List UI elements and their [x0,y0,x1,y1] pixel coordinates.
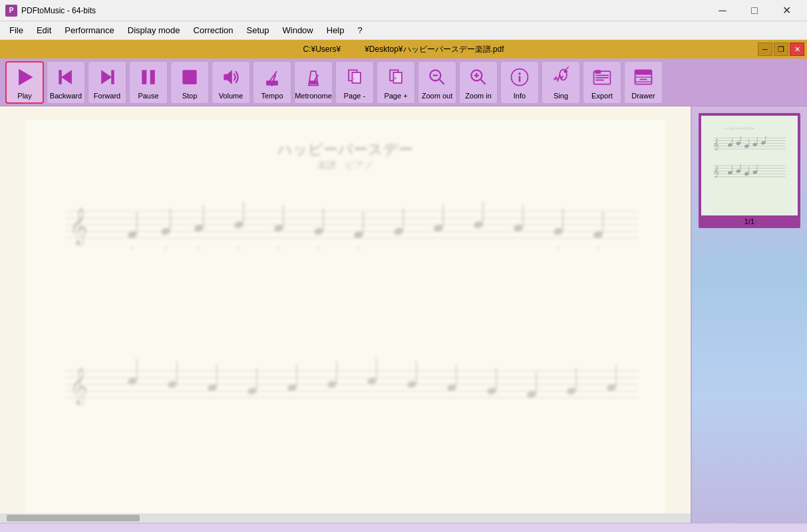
sing-icon [549,65,573,89]
svg-text:𝄞: 𝄞 [713,138,719,151]
svg-text:ハッピーバースデー: ハッピーバースデー [724,126,754,130]
score-staff-row-1: 𝄞 [46,192,645,258]
zoom-out-icon [425,65,449,89]
svg-point-51 [160,227,171,235]
svg-rect-4 [111,70,114,84]
pause-button[interactable]: Pause [129,61,168,104]
backward-button[interactable]: Backward [47,61,85,104]
svg-line-28 [481,79,486,84]
volume-label: Volume [219,92,243,100]
page-next-label: Page + [384,92,407,100]
forward-label: Forward [94,92,120,100]
export-button[interactable]: Export [583,61,621,104]
score-subtitle: 楽譜 ピアノ [46,160,645,172]
close-button[interactable]: ✕ [771,0,802,21]
path-bar: C:¥Users¥ ¥Desktop¥ハッピーバースデー楽譜.pdf ─ ❒ ✕ [0,40,807,59]
menu-question[interactable]: ? [351,24,369,37]
svg-point-67 [473,220,484,229]
bottom-bar [0,523,807,532]
svg-rect-6 [150,70,155,84]
menu-window[interactable]: Window [276,24,320,37]
backward-label: Backward [50,92,82,100]
drawer-button[interactable]: Drawer [624,61,663,104]
forward-icon [95,65,119,89]
svg-text:𝄞: 𝄞 [69,207,88,246]
menu-edit[interactable]: Edit [30,24,58,37]
svg-point-33 [564,69,567,72]
menu-performance[interactable]: Performance [58,24,120,37]
file-path: C:¥Users¥ ¥Desktop¥ハッピーバースデー楽譜.pdf [303,44,504,55]
svg-point-92 [167,380,178,388]
metronome-button[interactable]: Metronome [294,61,333,104]
minimize-button[interactable]: ─ [707,0,738,21]
drawer-label: Drawer [631,92,655,100]
thumbnail-page-label: 1/1 [701,217,798,225]
menu-help[interactable]: Help [320,24,351,37]
tempo-button[interactable]: Tempo [253,61,291,104]
svg-rect-36 [595,74,609,76]
info-label: Info [514,92,526,100]
svg-text:3: 3 [556,245,560,251]
svg-text:𝄞: 𝄞 [69,367,88,406]
stop-icon [178,65,202,89]
zoom-in-button[interactable]: Zoom in [459,61,498,104]
svg-rect-2 [59,70,61,84]
tempo-icon [260,65,284,89]
menu-setup[interactable]: Setup [240,24,276,37]
page-prev-button[interactable]: - Page - [335,61,374,104]
svg-point-96 [247,386,257,395]
sing-label: Sing [554,92,568,100]
stop-button[interactable]: Stop [170,61,209,104]
svg-text:3: 3 [277,245,280,251]
info-button[interactable]: Info [500,61,539,104]
stop-label: Stop [182,92,198,100]
menu-display-mode[interactable]: Display mode [121,24,187,37]
path-close-button[interactable]: ✕ [790,43,804,56]
svg-text:2: 2 [164,245,167,251]
right-sidebar: ハッピーバースデー 𝄞 [691,106,807,523]
play-label: Play [17,92,31,100]
menu-file[interactable]: File [3,24,30,37]
svg-text:1: 1 [237,245,240,251]
zoom-out-label: Zoom out [422,92,452,100]
svg-point-71 [553,227,564,235]
sing-button[interactable]: Sing [542,61,580,104]
svg-rect-5 [142,70,146,84]
svg-rect-15 [309,80,317,84]
path-bar-controls: ─ ❒ ✕ [758,43,804,56]
play-icon [13,65,37,89]
play-button[interactable]: Play [5,61,44,104]
svg-marker-3 [101,70,112,84]
path-restore-button[interactable]: ❒ [774,43,788,56]
svg-text:1: 1 [357,245,360,251]
svg-rect-7 [182,70,196,84]
svg-rect-35 [595,70,601,73]
export-label: Export [591,92,613,100]
drawer-icon [631,65,655,89]
svg-point-30 [518,72,521,74]
svg-text:-: - [353,75,355,82]
menu-correction[interactable]: Correction [187,24,240,37]
maximize-button[interactable]: □ [739,0,770,21]
menu-bar: File Edit Performance Display mode Corre… [0,21,807,40]
score-title-section: ハッピーバースデー 楽譜 ピアノ [46,140,645,172]
score-content[interactable]: ハッピーバースデー 楽譜 ピアノ 𝄞 [0,106,691,513]
forward-button[interactable]: Forward [88,61,126,104]
h-scroll-thumb[interactable] [7,515,140,521]
svg-rect-40 [635,70,652,74]
zoom-out-button[interactable]: Zoom out [418,61,456,104]
title-bar: P PDFtoMusic - 64-bits ─ □ ✕ [0,0,807,21]
horizontal-scrollbar[interactable] [0,513,691,523]
window-controls: ─ □ ✕ [707,0,802,21]
score-title: ハッピーバースデー [46,140,645,160]
score-page: ハッピーバースデー 楽譜 ピアノ 𝄞 [26,120,665,513]
info-icon [508,65,532,89]
svg-point-108 [486,386,497,395]
page-prev-label: Page - [344,92,365,100]
page-next-button[interactable]: + Page + [377,61,415,104]
svg-marker-0 [19,68,33,85]
volume-button[interactable]: Volume [212,61,250,104]
path-minimize-button[interactable]: ─ [758,43,772,56]
thumbnail-container: ハッピーバースデー 𝄞 [699,113,800,228]
window-title: PDFtoMusic - 64-bits [21,6,707,15]
